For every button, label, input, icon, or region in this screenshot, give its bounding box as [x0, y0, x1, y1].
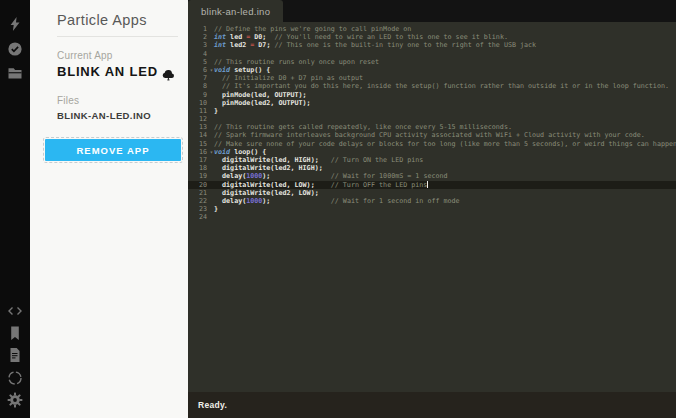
devices-icon[interactable] [7, 370, 23, 386]
code-line[interactable]: 8 // It's important you do this here, in… [188, 82, 676, 90]
line-number: 15 [188, 140, 207, 148]
line-number: 2 [188, 33, 207, 41]
line-number: 19 [188, 172, 207, 180]
status-bar: Ready. [188, 392, 676, 418]
code-text: // Initialize D0 + D7 pin as output [207, 74, 363, 82]
code-line[interactable]: 12 [188, 115, 676, 123]
line-number: 9 [188, 91, 207, 99]
code-line[interactable]: 10 pinMode(led2, OUTPUT); [188, 99, 676, 107]
line-number: 16▾ [188, 148, 207, 156]
line-number: 5 [188, 58, 207, 66]
code-text: // Define the pins we're going to call p… [207, 25, 411, 33]
line-number: 6▾ [188, 66, 207, 74]
code-text: } [207, 205, 218, 213]
line-number: 20 [188, 181, 207, 189]
status-text: Ready. [198, 400, 227, 410]
code-line[interactable]: 11} [188, 107, 676, 115]
file-item[interactable]: BLINK-AN-LED.INO [57, 110, 151, 121]
tab-bar: blink-an-led.ino [188, 0, 676, 22]
code-line[interactable]: 18 digitalWrite(led2, HIGH); [188, 164, 676, 172]
line-number: 11 [188, 107, 207, 115]
libraries-icon[interactable] [7, 325, 23, 341]
code-text: void loop() { [207, 148, 266, 156]
code-line[interactable]: 22 delay(1000); // Wait for 1 second in … [188, 197, 676, 205]
line-number: 14 [188, 131, 207, 139]
code-text: // Spark firmware interleaves background… [207, 131, 645, 139]
line-number: 3 [188, 41, 207, 49]
code-text: digitalWrite(led, HIGH); // Turn ON the … [207, 156, 423, 164]
line-number: 23 [188, 205, 207, 213]
line-number: 4 [188, 50, 207, 58]
code-text: // It's important you do this here, insi… [207, 82, 669, 90]
sidebar: Particle Apps Current App BLINK AN LED F… [30, 0, 188, 418]
code-text: digitalWrite(led, LOW); // Turn OFF the … [207, 181, 428, 189]
code-text [207, 213, 214, 221]
code-line[interactable]: 6▾void setup() { [188, 66, 676, 74]
code-text [207, 50, 214, 58]
code-line[interactable]: 17 digitalWrite(led, HIGH); // Turn ON t… [188, 156, 676, 164]
line-number: 18 [188, 164, 207, 172]
line-number: 24 [188, 213, 207, 221]
code-line[interactable]: 7 // Initialize D0 + D7 pin as output [188, 74, 676, 82]
code-line[interactable]: 23} [188, 205, 676, 213]
code-line[interactable]: 4 [188, 50, 676, 58]
line-number: 12 [188, 115, 207, 123]
code-icon[interactable] [7, 303, 23, 319]
code-line[interactable]: 9 pinMode(led, OUTPUT); [188, 91, 676, 99]
code-line[interactable]: 24 [188, 213, 676, 221]
particle-build-window: Particle Apps Current App BLINK AN LED F… [0, 0, 676, 418]
code-text: // Make sure none of your code delays or… [207, 140, 676, 148]
sidebar-title: Particle Apps [57, 12, 147, 28]
sidebar-divider [57, 36, 178, 37]
code-line[interactable]: 21 digitalWrite(led2, LOW); [188, 189, 676, 197]
line-number: 22 [188, 197, 207, 205]
fold-marker-icon[interactable]: ▾ [210, 148, 213, 156]
code-lines[interactable]: 1// Define the pins we're going to call … [188, 22, 676, 392]
code-line[interactable]: 14// Spark firmware interleaves backgrou… [188, 131, 676, 139]
current-app-name[interactable]: BLINK AN LED [57, 64, 158, 79]
code-line[interactable]: 16▾void loop() { [188, 148, 676, 156]
settings-icon[interactable] [7, 392, 23, 408]
code-text: delay(1000); // Wait for 1 second in off… [207, 197, 460, 205]
verify-icon[interactable] [7, 41, 23, 57]
code-line[interactable]: 3int led2 = D7; // This one is the built… [188, 41, 676, 49]
tab-blink-an-led[interactable]: blink-an-led.ino [188, 0, 283, 22]
line-number: 8 [188, 82, 207, 90]
line-number: 7 [188, 74, 207, 82]
cloud-icon[interactable] [161, 67, 176, 79]
line-number: 1 [188, 25, 207, 33]
code-text: int led2 = D7; // This one is the built-… [207, 41, 536, 49]
code-editor: blink-an-led.ino 1// Define the pins we'… [188, 0, 676, 418]
code-text: pinMode(led, OUTPUT); [207, 91, 307, 99]
flash-icon[interactable] [7, 16, 23, 32]
code-text: digitalWrite(led2, HIGH); [207, 164, 323, 172]
code-text: } [207, 107, 218, 115]
line-number: 10 [188, 99, 207, 107]
line-number: 13 [188, 123, 207, 131]
current-app-label: Current App [57, 50, 113, 61]
code-line[interactable]: 2int led = D0; // You'll need to wire an… [188, 33, 676, 41]
files-label: Files [57, 95, 79, 106]
code-text: int led = D0; // You'll need to wire an … [207, 33, 508, 41]
code-line[interactable]: 5// This routine runs only once upon res… [188, 58, 676, 66]
code-line[interactable]: 15// Make sure none of your code delays … [188, 140, 676, 148]
code-text: digitalWrite(led2, LOW); [207, 189, 319, 197]
remove-app-button[interactable]: REMOVE APP [45, 139, 181, 161]
line-number: 21 [188, 189, 207, 197]
code-text: delay(1000); // Wait for 1000mS = 1 seco… [207, 172, 448, 180]
code-text: // This routine runs only once upon rese… [207, 58, 379, 66]
line-number: 17 [188, 156, 207, 164]
docs-icon[interactable] [7, 347, 23, 363]
code-line[interactable]: 20 digitalWrite(led, LOW); // Turn OFF t… [188, 181, 676, 189]
code-line[interactable]: 13// This routine gets called repeatedly… [188, 123, 676, 131]
text-cursor [427, 181, 428, 188]
save-icon[interactable] [7, 65, 23, 81]
code-text: // This routine gets called repeatedly, … [207, 123, 512, 131]
fold-marker-icon[interactable]: ▾ [210, 66, 213, 74]
code-text: void setup() { [207, 66, 270, 74]
icon-rail [0, 0, 30, 418]
code-text: pinMode(led2, OUTPUT); [207, 99, 311, 107]
code-text [207, 115, 214, 123]
code-line[interactable]: 19 delay(1000); // Wait for 1000mS = 1 s… [188, 172, 676, 180]
code-line[interactable]: 1// Define the pins we're going to call … [188, 25, 676, 33]
